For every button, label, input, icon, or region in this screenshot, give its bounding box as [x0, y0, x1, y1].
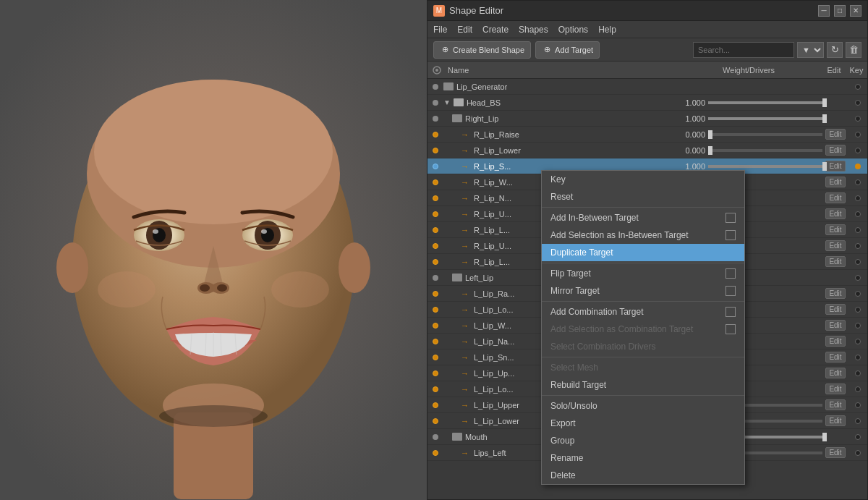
- context-menu-checkbox[interactable]: [726, 286, 736, 296]
- col-vis-header: [429, 65, 445, 75]
- list-item[interactable]: Lip_Generator: [427, 79, 867, 95]
- row-label: L_Lip_Lower: [474, 417, 519, 425]
- context-menu-item: Select Combination Drivers: [542, 338, 744, 355]
- weight-slider[interactable]: [708, 133, 822, 136]
- refresh-button[interactable]: ↻: [827, 42, 843, 58]
- edit-button[interactable]: Edit: [825, 415, 845, 426]
- list-item[interactable]: →R_Lip_Raise0.000Edit: [427, 127, 867, 143]
- edit-button[interactable]: Edit: [825, 320, 845, 331]
- context-menu-item[interactable]: Add Selection as In-Between Target: [542, 226, 744, 244]
- minimize-button[interactable]: ─: [818, 5, 830, 17]
- folder-icon: [452, 114, 462, 122]
- edit-button[interactable]: Edit: [825, 161, 845, 171]
- list-item[interactable]: Right_Lip1.000: [427, 111, 867, 127]
- menu-options[interactable]: Options: [558, 25, 588, 35]
- context-menu-item[interactable]: Rebuild Target: [542, 376, 744, 394]
- search-input[interactable]: [693, 42, 794, 58]
- row-key-cell: [848, 195, 867, 201]
- weight-slider[interactable]: [708, 117, 822, 120]
- col-edit-header: Edit: [821, 66, 847, 75]
- menu-edit[interactable]: Edit: [457, 25, 472, 35]
- row-name-area: ▼Head_BS: [443, 98, 678, 107]
- close-button[interactable]: ✕: [850, 5, 861, 17]
- maximize-button[interactable]: □: [834, 5, 846, 17]
- key-dot: [855, 259, 861, 265]
- row-label: R_Lip_L...: [474, 226, 510, 234]
- list-item[interactable]: ▼Head_BS1.000: [427, 95, 867, 111]
- edit-button[interactable]: Edit: [825, 384, 845, 394]
- key-dot: [855, 132, 861, 137]
- row-name-area: Right_Lip: [443, 114, 678, 123]
- edit-button[interactable]: Edit: [825, 224, 845, 235]
- expand-arrow-icon[interactable]: ▼: [443, 98, 451, 106]
- menu-shapes[interactable]: Shapes: [519, 25, 548, 35]
- delete-button[interactable]: 🗑: [846, 42, 861, 58]
- add-target-button[interactable]: ⊕ Add Target: [535, 41, 600, 59]
- shape-arrow-icon: →: [461, 289, 471, 298]
- shape-arrow-icon: →: [461, 130, 471, 139]
- edit-button[interactable]: Edit: [825, 399, 845, 410]
- column-headers: Name Weight/Drivers Edit Key: [427, 62, 867, 79]
- context-menu-item[interactable]: Key: [542, 171, 744, 188]
- context-menu-checkbox[interactable]: [726, 324, 736, 334]
- context-menu-item[interactable]: Add In-Between Target: [542, 209, 744, 226]
- vis-dot: [427, 291, 443, 297]
- context-menu-item[interactable]: Duplicate Target: [542, 244, 744, 261]
- menu-file[interactable]: File: [433, 25, 447, 35]
- row-edit-cell: Edit: [822, 399, 848, 410]
- edit-button[interactable]: Edit: [825, 192, 845, 203]
- face-render: [0, 0, 427, 500]
- edit-button[interactable]: Edit: [825, 256, 845, 267]
- row-label: L_Lip_Lo...: [474, 305, 513, 314]
- context-menu-item[interactable]: Add Combination Target: [542, 303, 744, 321]
- edit-button[interactable]: Edit: [825, 447, 845, 458]
- edit-button[interactable]: Edit: [825, 240, 845, 251]
- context-menu-item-label: Delete: [550, 470, 576, 480]
- row-edit-cell: Edit: [822, 447, 848, 458]
- row-edit-cell: Edit: [822, 336, 848, 347]
- search-dropdown[interactable]: ▼: [797, 42, 824, 58]
- row-key-cell: [848, 227, 867, 233]
- weight-slider[interactable]: [708, 165, 822, 168]
- context-menu-checkbox[interactable]: [726, 230, 736, 240]
- row-edit-cell: Edit: [822, 304, 848, 315]
- context-menu-item[interactable]: Delete: [542, 467, 744, 484]
- row-name-area: →R_Lip_S...: [443, 162, 678, 171]
- shape-arrow-icon: →: [461, 242, 471, 250]
- edit-button[interactable]: Edit: [825, 288, 845, 299]
- edit-button[interactable]: Edit: [825, 145, 845, 156]
- context-menu-item[interactable]: Rename: [542, 449, 744, 467]
- vis-dot: [427, 307, 443, 313]
- context-menu-item-label: Flip Target: [550, 268, 591, 279]
- context-menu-item[interactable]: Flip Target: [542, 265, 744, 282]
- edit-button[interactable]: Edit: [825, 368, 845, 378]
- weight-slider[interactable]: [708, 101, 822, 104]
- menu-help[interactable]: Help: [598, 25, 616, 35]
- context-menu-item-label: Solo/Unsolo: [550, 401, 597, 411]
- context-menu-item[interactable]: Mirror Target: [542, 282, 744, 300]
- context-menu-item[interactable]: Export: [542, 415, 744, 432]
- edit-button[interactable]: Edit: [825, 304, 845, 315]
- create-blend-shape-button[interactable]: ⊕ Create Blend Shape: [433, 41, 531, 59]
- row-edit-cell: Edit: [822, 192, 848, 203]
- context-menu-checkbox[interactable]: [726, 268, 736, 279]
- row-label: R_Lip_U...: [474, 242, 511, 250]
- context-menu-checkbox[interactable]: [726, 213, 736, 223]
- context-menu-item-label: Key: [550, 174, 566, 185]
- edit-button[interactable]: Edit: [825, 336, 845, 347]
- menu-create[interactable]: Create: [482, 25, 509, 35]
- context-menu-item[interactable]: Group: [542, 432, 744, 449]
- context-menu-item[interactable]: Solo/Unsolo: [542, 397, 744, 415]
- weight-slider[interactable]: [708, 149, 822, 152]
- row-label: L_Lip_Upper: [474, 401, 519, 410]
- context-menu-checkbox[interactable]: [726, 307, 736, 317]
- context-menu-item[interactable]: Reset: [542, 188, 744, 205]
- search-container: ▼ ↻ 🗑: [693, 42, 861, 58]
- row-label: L_Lip_Lo...: [474, 385, 513, 394]
- edit-button[interactable]: Edit: [825, 352, 845, 363]
- edit-button[interactable]: Edit: [825, 129, 845, 140]
- edit-button[interactable]: Edit: [825, 177, 845, 187]
- edit-button[interactable]: Edit: [825, 208, 845, 219]
- list-item[interactable]: →R_Lip_Lower0.000Edit: [427, 143, 867, 158]
- key-dot: [855, 148, 861, 153]
